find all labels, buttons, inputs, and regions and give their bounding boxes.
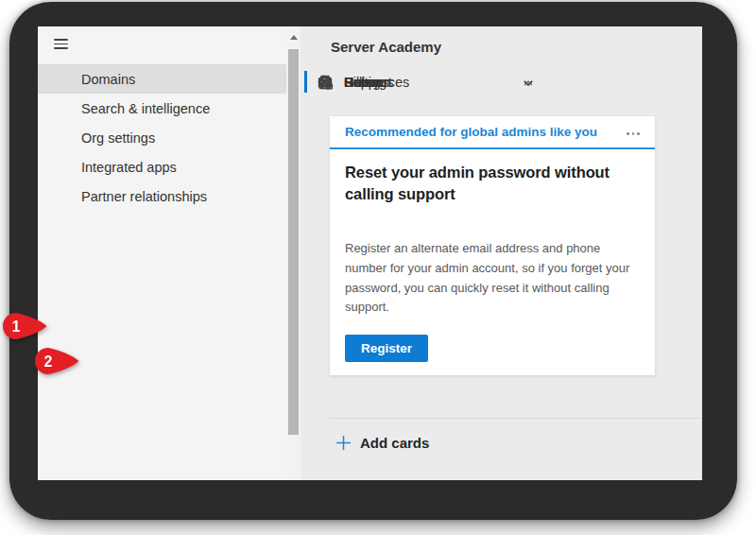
plus-icon <box>335 435 352 451</box>
hamburger-menu-icon[interactable] <box>54 39 68 49</box>
more-options-icon[interactable] <box>624 129 643 138</box>
sidebar-item-label: Partner relationships <box>81 189 207 204</box>
add-cards-button[interactable]: Add cards <box>335 435 429 451</box>
sidebar-item-label: Search & intelligence <box>81 101 210 116</box>
annotation-badge-1: 1 <box>2 312 47 340</box>
card-title: Reset your admin password without callin… <box>345 162 632 206</box>
sidebar-item-org-settings[interactable]: Org settings <box>38 123 286 152</box>
card-body-text: Register an alternate email address and … <box>345 239 640 318</box>
admin-center-window: Home Users <box>38 26 702 480</box>
scrollbar-up-arrow[interactable] <box>286 30 301 43</box>
scrollbar-thumb[interactable] <box>288 49 299 435</box>
sidebar-item-domains[interactable]: Domains <box>38 64 286 94</box>
sidebar-item-label: Domains <box>81 72 135 87</box>
sidebar-scrollbar <box>286 26 301 480</box>
card-header-label: Recommended for global admins like you <box>345 125 597 139</box>
sidebar-item-label: Org settings <box>81 130 155 146</box>
add-cards-label: Add cards <box>360 435 429 451</box>
sidebar-nav: Home Users <box>38 64 286 211</box>
content-divider <box>329 418 701 419</box>
page-title: Server Academy <box>331 39 441 55</box>
register-button[interactable]: Register <box>345 335 428 362</box>
card-header: Recommended for global admins like you <box>330 116 655 149</box>
sidebar-item-partner-relationships[interactable]: Partner relationships <box>38 181 286 211</box>
sidebar-item-integrated-apps[interactable]: Integrated apps <box>38 152 286 181</box>
sidebar-item-label: Integrated apps <box>81 160 177 175</box>
sidebar-item-search-intelligence[interactable]: Search & intelligence <box>38 94 286 123</box>
recommendation-card: Recommended for global admins like you R… <box>330 116 655 375</box>
main-content: Server Academy Recommended for global ad… <box>301 26 702 480</box>
annotation-badge-2: 2 <box>34 347 79 375</box>
sidebar: Home Users <box>38 26 286 480</box>
svg-text:1: 1 <box>12 319 21 335</box>
svg-text:2: 2 <box>44 354 53 370</box>
